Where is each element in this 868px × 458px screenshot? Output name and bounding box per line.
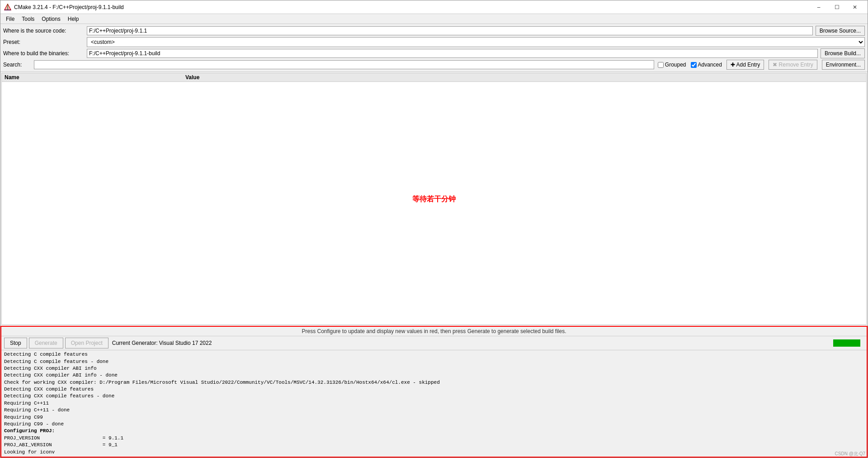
progress-bar-container [833,339,860,347]
advanced-label: Advanced [698,62,722,68]
preset-label: Preset: [3,39,87,45]
source-row: Where is the source code: Browse Source.… [3,26,865,36]
config-table: Name Value 等待若干分钟 [1,73,867,325]
add-entry-button[interactable]: ✚ Add Entry [726,60,764,70]
grouped-checkbox[interactable] [658,62,664,68]
cmake-icon [4,4,11,11]
log-line: Requiring C99 - done [4,421,864,428]
log-line: Looking for iconv [4,449,864,456]
search-label: Search: [3,62,30,68]
advanced-checkbox[interactable] [691,62,697,68]
toolbar: Where is the source code: Browse Source.… [0,24,868,72]
log-line: Detecting CXX compile features - done [4,393,864,400]
remove-entry-button[interactable]: ✖ Remove Entry [769,60,817,70]
open-project-button[interactable]: Open Project [65,338,108,348]
log-area[interactable]: Detecting C compile featuresDetecting C … [1,350,867,457]
bottom-section: Press Configure to update and display ne… [0,326,868,458]
button-row: Stop Generate Open Project Current Gener… [1,336,867,350]
grouped-checkbox-label[interactable]: Grouped [658,62,686,68]
progress-bar [833,339,860,347]
col-name-header: Name [5,74,185,81]
search-options: Grouped Advanced ✚ Add Entry ✖ Remove En… [658,60,865,70]
source-label: Where is the source code: [3,28,87,34]
log-line: Detecting CXX compiler ABI info - done [4,372,864,379]
menu-tools[interactable]: Tools [18,15,38,23]
title-bar-left: CMake 3.21.4 - F:/C++Project/proj-9.1.1-… [4,4,124,11]
binary-label: Where to build the binaries: [3,50,87,57]
watermark: CSDN @北·Q7 [835,451,865,457]
main-window: CMake 3.21.4 - F:/C++Project/proj-9.1.1-… [0,0,868,458]
browse-build-button[interactable]: Browse Build... [821,48,865,58]
status-message: Press Configure to update and display ne… [302,328,566,334]
menu-help[interactable]: Help [64,15,83,23]
log-line: Configuring PROJ: [4,428,864,434]
log-line: Requiring C++11 - done [4,407,864,414]
menu-options[interactable]: Options [38,15,64,23]
binary-input[interactable] [87,49,818,58]
log-line: PROJ_ABI_VERSION = 9_1 [4,442,864,448]
log-line: Requiring C++11 [4,400,864,407]
title-text: CMake 3.21.4 - F:/C++Project/proj-9.1.1-… [14,4,124,10]
log-line: Detecting CXX compiler ABI info [4,365,864,372]
log-line: Detecting C compile features [4,351,864,358]
environment-button[interactable]: Environment... [822,60,865,70]
log-line: Requiring C99 [4,414,864,421]
preset-row: Preset: <custom> [3,37,865,47]
log-line: PROJ_VERSION = 9.1.1 [4,435,864,442]
log-line: Detecting C compile features - done [4,358,864,365]
menu-bar: File Tools Options Help [0,14,868,24]
preset-select[interactable]: <custom> [87,37,865,47]
browse-source-button[interactable]: Browse Source... [816,26,865,36]
advanced-checkbox-label[interactable]: Advanced [691,62,722,68]
stop-button[interactable]: Stop [4,338,27,348]
generate-button[interactable]: Generate [29,338,63,348]
log-line: Detecting CXX compile features [4,386,864,393]
source-input[interactable] [87,26,813,35]
binary-row: Where to build the binaries: Browse Buil… [3,48,865,58]
waiting-text: 等待若干分钟 [412,194,456,204]
maximize-button[interactable]: ☐ [828,0,846,14]
col-value-header: Value [185,74,863,81]
search-input[interactable] [34,60,654,69]
minimize-button[interactable]: – [810,0,828,14]
grouped-label: Grouped [665,62,686,68]
title-bar-buttons: – ☐ ✕ [810,0,864,14]
log-line: Check for working CXX compiler: D:/Progr… [4,379,864,386]
title-bar: CMake 3.21.4 - F:/C++Project/proj-9.1.1-… [0,0,868,14]
status-bar: Press Configure to update and display ne… [1,327,867,336]
search-row: Search: Grouped Advanced ✚ Add Entry ✖ R… [3,60,865,70]
close-button[interactable]: ✕ [846,0,864,14]
table-header: Name Value [2,73,866,82]
generator-text: Current Generator: Visual Studio 17 2022 [112,340,212,346]
main-area: Name Value 等待若干分钟 [0,72,868,326]
menu-file[interactable]: File [2,15,18,23]
